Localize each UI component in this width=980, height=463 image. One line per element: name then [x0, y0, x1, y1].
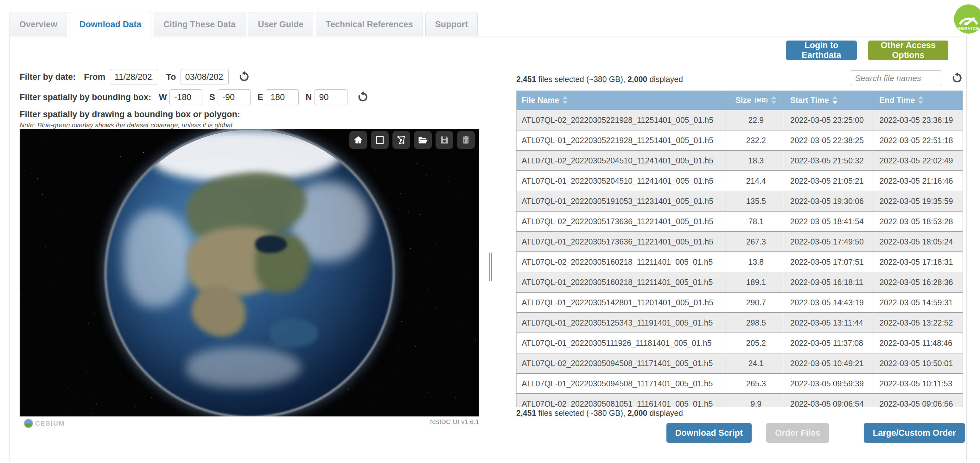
star: [78, 153, 78, 153]
large-custom-order-button[interactable]: Large/Custom Order: [864, 423, 965, 443]
cell-start: 2022-03-05 14:43:19: [785, 293, 874, 312]
column-header-size[interactable]: Size (MB): [727, 91, 785, 110]
tab-user-guide[interactable]: User Guide: [248, 12, 313, 36]
globe-land-layer: [107, 130, 393, 416]
arctic-clouds: [152, 130, 342, 181]
column-header-start-time[interactable]: Start Time: [785, 91, 874, 110]
cell-size: 267.3: [727, 232, 785, 251]
star: [102, 343, 102, 344]
star: [425, 283, 426, 285]
cell-size: 232.2: [727, 130, 785, 150]
star: [94, 393, 95, 394]
star: [86, 371, 87, 372]
bbox-reset-button[interactable]: [356, 90, 369, 104]
reset-icon: [951, 72, 963, 84]
tab-overview[interactable]: Overview: [10, 12, 67, 36]
table-row[interactable]: ATL07QL-01_20220305125343_11191401_005_0…: [517, 313, 963, 333]
tab-download-data[interactable]: Download Data: [70, 12, 151, 37]
table-row[interactable]: ATL07QL-01_20220305160218_11211401_005_0…: [517, 272, 963, 293]
other-access-options-button[interactable]: Other Access Options: [868, 41, 948, 60]
draw-polygon-button[interactable]: [393, 131, 410, 149]
star: [466, 279, 466, 280]
column-header-file-name[interactable]: File Name: [517, 91, 727, 110]
date-to-input[interactable]: [181, 69, 229, 85]
star: [400, 194, 401, 194]
download-script-button[interactable]: Download Script: [667, 423, 752, 443]
star: [177, 142, 177, 143]
column-header-end-time[interactable]: End Time: [874, 91, 963, 110]
date-filter-row: Filter by date: From To: [20, 69, 369, 85]
table-row[interactable]: ATL07QL-02_20220305094508_11171401_005_0…: [517, 353, 963, 374]
globe-map[interactable]: [20, 129, 479, 417]
tab-citing-these-data[interactable]: Citing These Data: [154, 12, 245, 36]
cell-size: 24.1: [727, 353, 785, 373]
home-button[interactable]: [349, 131, 367, 149]
star: [50, 282, 51, 283]
import-shape-button[interactable]: [414, 131, 432, 149]
cell-name: ATL07QL-02_20220305094508_11171401_005_0…: [517, 353, 727, 373]
star: [94, 313, 95, 314]
star: [22, 352, 22, 353]
star: [435, 308, 436, 309]
bbox-north-input[interactable]: [315, 89, 347, 105]
atlantic-clouds: [290, 181, 370, 262]
star: [415, 346, 416, 347]
star: [348, 389, 349, 390]
us-plains-landmass: [183, 222, 293, 301]
star: [417, 163, 418, 164]
cell-size: 18.3: [727, 151, 785, 170]
tab-support[interactable]: Support: [425, 12, 478, 36]
bbox-east-input[interactable]: [266, 89, 299, 105]
table-row[interactable]: ATL07QL-01_20220305094508_11171401_005_0…: [517, 374, 963, 394]
date-reset-button[interactable]: [237, 70, 250, 84]
table-row[interactable]: ATL07QL-01_20220305173636_11221401_005_0…: [517, 232, 963, 252]
table-row[interactable]: ATL07QL-02_20220305173636_11221401_005_0…: [517, 212, 963, 232]
southern-clouds: [186, 347, 301, 388]
star: [445, 205, 446, 206]
draw-box-icon: [375, 135, 385, 145]
north-label: N: [305, 92, 312, 102]
star: [131, 181, 132, 181]
star: [398, 368, 398, 369]
table-row[interactable]: ATL07QL-02_20220305160218_11211401_005_0…: [517, 252, 963, 272]
search-input[interactable]: [850, 70, 942, 86]
cell-start: 2022-03-05 21:05:21: [785, 171, 874, 191]
bbox-south-input[interactable]: [218, 89, 251, 105]
table-row[interactable]: ATL07QL-02_20220305204510_11241401_005_0…: [517, 151, 963, 171]
star: [143, 152, 144, 153]
save-shape-icon: [440, 135, 449, 145]
date-from-input[interactable]: [110, 69, 158, 85]
tab-technical-references[interactable]: Technical References: [316, 12, 423, 36]
table-row[interactable]: ATL07QL-01_20220305142801_11201401_005_0…: [517, 293, 963, 313]
star: [448, 181, 449, 182]
star: [45, 247, 46, 247]
star: [21, 294, 22, 295]
save-shape-button[interactable]: [436, 131, 453, 149]
draw-box-button[interactable]: [371, 131, 389, 149]
table-row[interactable]: ATL07QL-01_20220305191053_11231401_005_0…: [517, 191, 963, 212]
cesium-attribution[interactable]: CESIUM: [24, 418, 65, 428]
cell-end: 2022-03-05 23:36:19: [874, 110, 963, 130]
cell-start: 2022-03-05 16:18:11: [785, 272, 874, 292]
delete-shape-button[interactable]: [457, 131, 475, 149]
table-row[interactable]: ATL07QL-02_20220305081051_11161401_005_0…: [517, 394, 963, 407]
sort-icon: [918, 96, 924, 104]
cell-name: ATL07QL-01_20220305094508_11171401_005_0…: [517, 374, 727, 393]
great-lakes: [255, 235, 286, 253]
order-files-button[interactable]: Order Files: [766, 423, 829, 443]
canada-landmass: [183, 165, 311, 250]
panel-splitter-handle[interactable]: [489, 253, 492, 281]
table-row[interactable]: ATL07QL-02_20220305221928_11251401_005_0…: [517, 110, 963, 130]
table-row[interactable]: ATL07QL-01_20220305111926_11181401_005_0…: [517, 333, 963, 353]
import-shape-icon: [418, 135, 428, 145]
bbox-west-input[interactable]: [169, 89, 202, 105]
table-row[interactable]: ATL07QL-01_20220305221928_11251401_005_0…: [517, 130, 963, 151]
star: [399, 346, 400, 347]
sort-icon: [771, 96, 776, 104]
search-reset-button[interactable]: [951, 71, 963, 85]
service-health-badge[interactable]: SERVICE: [954, 5, 980, 33]
star: [457, 199, 457, 200]
cell-name: ATL07QL-01_20220305125343_11191401_005_0…: [517, 313, 727, 333]
table-row[interactable]: ATL07QL-01_20220305204510_11241401_005_0…: [517, 171, 963, 191]
login-earthdata-button[interactable]: Login to Earthdata: [786, 41, 857, 60]
